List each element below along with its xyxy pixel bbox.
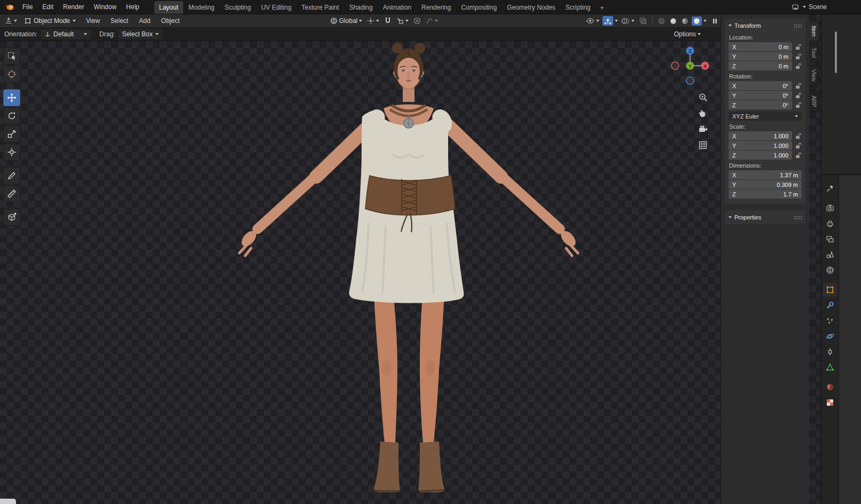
tool-cursor[interactable]	[3, 66, 20, 83]
lock-open-icon[interactable]	[795, 83, 802, 89]
workspace-tab-layout[interactable]: Layout	[154, 1, 183, 14]
workspace-tab-texture-paint[interactable]: Texture Paint	[297, 1, 344, 14]
chevron-down-icon[interactable]	[615, 20, 618, 22]
character-model[interactable]	[0, 41, 721, 504]
lock-open-icon[interactable]	[795, 102, 802, 108]
scale-z-field[interactable]: Z 1.000	[729, 151, 792, 160]
falloff-dropdown[interactable]	[424, 16, 440, 26]
tool-transform[interactable]	[3, 144, 20, 161]
workspace-tab-rendering[interactable]: Rendering	[417, 1, 456, 14]
lock-open-icon[interactable]	[795, 44, 802, 50]
visibility-dropdown[interactable]	[584, 17, 601, 25]
properties-tab-render-icon[interactable]	[823, 201, 837, 215]
properties-tab-physics-icon[interactable]	[823, 329, 837, 343]
add-workspace-button[interactable]: +	[596, 2, 608, 14]
location-z-field[interactable]: Z 0 m	[729, 61, 792, 70]
menu-object[interactable]: Object	[157, 15, 184, 26]
transform-panel-header[interactable]: Transform	[729, 20, 802, 32]
chevron-down-icon[interactable]	[703, 20, 707, 22]
properties-tab-particles-icon[interactable]	[823, 314, 837, 328]
workspace-tab-animation[interactable]: Animation	[378, 1, 416, 14]
tool-measure[interactable]	[3, 185, 20, 202]
properties-tab-object-icon[interactable]	[823, 283, 837, 297]
lock-open-icon[interactable]	[795, 143, 802, 149]
show-gizmo-toggle[interactable]	[602, 16, 613, 26]
properties-tab-modifiers-icon[interactable]	[823, 298, 837, 312]
workspace-tab-uv-editing[interactable]: UV Editing	[256, 1, 296, 14]
panel-drag-handle[interactable]	[794, 216, 802, 219]
chevron-down-icon[interactable]	[803, 6, 806, 8]
options-dropdown[interactable]: Options	[672, 29, 702, 39]
menu-window[interactable]: Window	[89, 2, 121, 12]
location-y-field[interactable]: Y 0 m	[729, 52, 792, 61]
menu-edit[interactable]: Edit	[38, 2, 58, 12]
properties-tab-scene-icon[interactable]	[823, 248, 837, 262]
scale-x-field[interactable]: X 1.000	[729, 131, 792, 140]
editor-corner-handle[interactable]	[0, 499, 16, 504]
shading-wireframe-button[interactable]	[656, 17, 667, 26]
tool-select-box[interactable]	[3, 48, 20, 65]
orientation-setting-dropdown[interactable]: Default	[41, 29, 91, 39]
dimensions-x-field[interactable]: X 1.37 m	[729, 170, 802, 179]
orthographic-grid-icon[interactable]	[697, 139, 709, 151]
rotation-y-field[interactable]: Y 0°	[729, 91, 792, 100]
properties-content[interactable]	[839, 175, 861, 504]
outliner-scrollbar[interactable]	[835, 32, 837, 73]
lock-open-icon[interactable]	[795, 63, 802, 69]
properties-tab-view-layer-icon[interactable]	[823, 232, 837, 246]
lock-open-icon[interactable]	[795, 133, 802, 139]
menu-add[interactable]: Add	[135, 15, 154, 26]
dimensions-z-field[interactable]: Z 1.7 m	[729, 190, 802, 199]
menu-view[interactable]: View	[82, 15, 104, 26]
workspace-tab-geometry-nodes[interactable]: Geometry Nodes	[502, 1, 560, 14]
drag-setting-dropdown[interactable]: Select Box	[118, 29, 162, 39]
menu-select[interactable]: Select	[106, 15, 132, 26]
pan-hand-icon[interactable]	[697, 107, 709, 119]
overlays-dropdown[interactable]	[620, 17, 636, 26]
panel-drag-handle[interactable]	[794, 24, 802, 28]
scene-browse-icon[interactable]	[792, 4, 800, 11]
tool-rotate[interactable]	[3, 107, 20, 124]
tool-move[interactable]	[3, 89, 20, 106]
shading-solid-button[interactable]	[668, 17, 678, 26]
rotation-mode-dropdown[interactable]: XYZ Euler	[729, 112, 802, 121]
workspace-tab-compositing[interactable]: Compositing	[456, 1, 502, 14]
properties-tab-output-icon[interactable]	[823, 217, 837, 231]
outliner-editor[interactable]	[821, 14, 861, 175]
camera-view-icon[interactable]	[697, 123, 709, 135]
scale-y-field[interactable]: Y 1.000	[729, 141, 792, 150]
workspace-tab-sculpting[interactable]: Sculpting	[220, 1, 256, 14]
orientation-dropdown[interactable]: Global	[328, 16, 364, 26]
viewport-canvas[interactable]: Z X Y	[0, 41, 721, 504]
scene-name-label[interactable]: Scene	[809, 3, 827, 11]
lock-open-icon[interactable]	[795, 53, 802, 60]
tool-scale[interactable]	[3, 125, 20, 143]
properties-tab-world-icon[interactable]	[823, 263, 837, 277]
snap-target-dropdown[interactable]	[395, 16, 410, 26]
blender-logo-icon[interactable]	[4, 2, 15, 12]
properties-tab-tool-icon[interactable]	[823, 182, 837, 195]
editor-overflow-icon[interactable]	[713, 18, 717, 24]
workspace-tab-shading[interactable]: Shading	[345, 1, 378, 14]
lock-open-icon[interactable]	[795, 92, 802, 99]
workspace-tab-modeling[interactable]: Modeling	[184, 1, 220, 14]
properties-tab-texture-icon[interactable]	[823, 396, 837, 410]
tool-annotate[interactable]	[3, 167, 20, 184]
dimensions-y-field[interactable]: Y 0.309 m	[729, 180, 802, 189]
sidebar-tab-tool[interactable]: Tool	[809, 43, 819, 62]
properties-tab-constraints-icon[interactable]	[823, 345, 837, 359]
shading-material-button[interactable]	[680, 17, 690, 26]
snap-toggle[interactable]	[382, 16, 393, 26]
editor-type-button[interactable]	[3, 16, 19, 26]
location-x-field[interactable]: X 0 m	[729, 42, 792, 51]
properties-panel-header[interactable]: Properties	[729, 211, 802, 223]
proportional-editing-toggle[interactable]	[412, 16, 422, 26]
rotation-x-field[interactable]: X 0°	[729, 81, 792, 90]
tool-add-cube[interactable]	[3, 209, 20, 226]
menu-help[interactable]: Help	[122, 2, 144, 12]
sidebar-tab-item[interactable]: Item	[809, 21, 819, 41]
properties-tab-data-icon[interactable]	[823, 360, 837, 374]
xray-toggle[interactable]	[638, 16, 648, 26]
properties-tab-material-icon[interactable]	[823, 380, 837, 394]
rotation-z-field[interactable]: Z 0°	[729, 100, 792, 109]
